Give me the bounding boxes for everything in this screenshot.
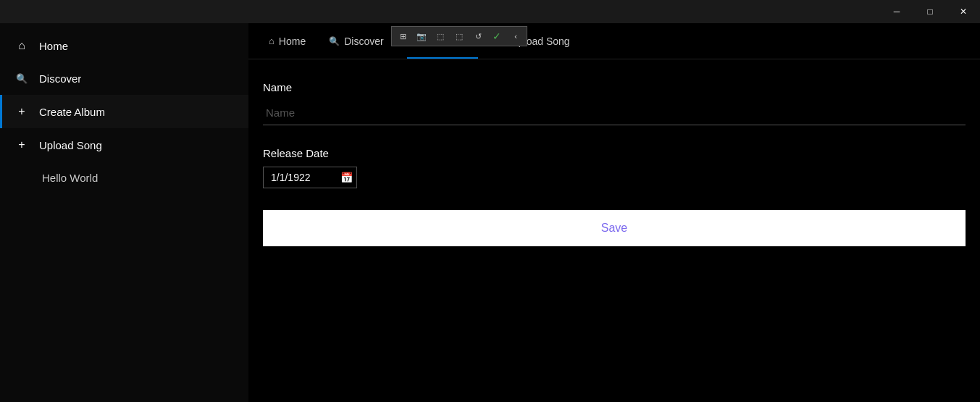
sidebar-item-upload-song[interactable]: + Upload Song [0,128,248,162]
name-label: Name [263,81,966,93]
sidebar: ⌂ Home 🔍 Discover + Create Album + Uploa… [0,23,248,402]
debug-btn-3[interactable]: ⬚ [432,28,448,44]
sidebar-item-create-album-label: Create Album [39,106,105,118]
release-date-input[interactable] [271,172,336,183]
name-input[interactable] [263,101,966,125]
main-layout: ⌂ Home 🔍 Discover + Create Album + Uploa… [0,23,980,402]
close-button[interactable]: ✕ [947,0,980,23]
sidebar-item-discover[interactable]: 🔍 Discover [0,62,248,95]
release-date-label: Release Date [263,147,966,159]
debug-btn-1[interactable]: ⊞ [395,28,411,44]
titlebar: ─ □ ✕ [0,0,980,23]
tab-discover-label: Discover [344,35,383,47]
sidebar-subitem-hello-world-label: Hello World [42,172,98,184]
sidebar-subitem-hello-world[interactable]: Hello World [0,162,248,194]
tab-discover-icon: 🔍 [329,36,340,46]
maximize-button[interactable]: □ [913,0,947,23]
debug-toolbar: ⊞ 📷 ⬚ ⬚ ↺ ✓ ‹ [391,26,527,46]
form-area: Name Release Date 📅 Save [248,59,980,402]
titlebar-controls: ─ □ ✕ [880,0,980,23]
debug-btn-5[interactable]: ↺ [470,28,486,44]
calendar-icon[interactable]: 📅 [340,172,353,183]
tab-home-icon: ⌂ [269,35,275,46]
upload-song-icon: + [14,138,29,151]
tab-home[interactable]: ⌂ Home [260,23,314,59]
tab-discover[interactable]: 🔍 Discover [320,23,392,59]
sidebar-item-upload-song-label: Upload Song [39,139,102,151]
sidebar-item-home[interactable]: ⌂ Home [0,29,248,62]
debug-btn-check[interactable]: ✓ [489,28,505,44]
save-button[interactable]: Save [263,210,966,246]
discover-icon: 🔍 [14,73,29,84]
debug-btn-collapse[interactable]: ‹ [508,28,524,44]
content-area: ⌂ Home 🔍 Discover + Create Album + Uploa… [248,23,980,402]
nav-tabs: ⌂ Home 🔍 Discover + Create Album + Uploa… [248,23,980,59]
date-picker-wrapper[interactable]: 📅 [263,167,357,188]
sidebar-item-home-label: Home [39,40,68,52]
debug-btn-2[interactable]: 📷 [414,28,430,44]
minimize-button[interactable]: ─ [880,0,913,23]
home-icon: ⌂ [14,39,29,52]
sidebar-item-create-album[interactable]: + Create Album [0,95,248,128]
tab-home-label: Home [279,35,306,47]
debug-btn-4[interactable]: ⬚ [451,28,467,44]
sidebar-item-discover-label: Discover [39,72,81,85]
create-album-icon: + [14,105,29,118]
